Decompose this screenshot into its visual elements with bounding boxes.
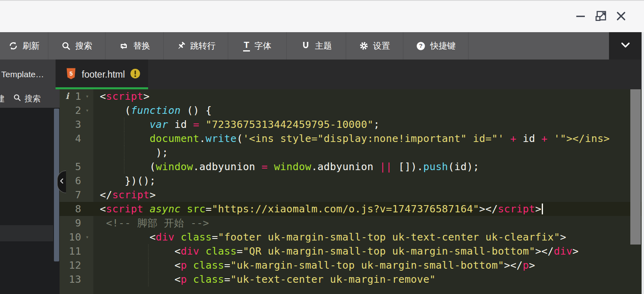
line-number: 9: [60, 216, 81, 230]
line-number: 13: [60, 272, 81, 286]
replace-icon: [119, 41, 129, 51]
toolbar-button-label: 字体: [254, 40, 271, 51]
code-line[interactable]: 5 (window.adbyunion = window.adbyunion |…: [60, 160, 642, 174]
indent-guide: [148, 244, 149, 258]
fold-toggle-icon[interactable]: ▾: [81, 103, 93, 117]
code-text: <p class="uk-text-center uk-margin-remov…: [93, 272, 642, 286]
help-icon: ?: [416, 41, 426, 51]
fold-toggle-icon[interactable]: ▾: [81, 89, 93, 103]
refresh-icon: [8, 41, 18, 51]
titlebar: [0, 0, 644, 32]
code-text: (window.adbyunion = window.adbyunion || …: [93, 160, 642, 174]
code-line[interactable]: 11 <div class="QR uk-margin-small-top uk…: [60, 244, 642, 258]
code-line[interactable]: 13 <p class="uk-text-center uk-margin-re…: [60, 272, 642, 286]
toolbar-button-goto-line[interactable]: 跳转行: [164, 32, 228, 60]
toolbar-expand-button[interactable]: [609, 32, 642, 60]
file-panel-actions: 建 搜索: [0, 89, 60, 108]
minimize-button[interactable]: [574, 10, 588, 24]
toolbar: 刷新 搜索 替换: [0, 32, 644, 60]
code-line[interactable]: 1▾<script>: [60, 89, 642, 103]
code-line[interactable]: );: [60, 146, 642, 160]
line-number: [60, 146, 81, 160]
svg-text:?: ?: [419, 43, 423, 49]
page-scrollbar-track[interactable]: [642, 32, 644, 294]
indent-guide: [124, 146, 124, 160]
toolbar-button-font[interactable]: T 字体: [228, 32, 287, 60]
code-text: })();: [93, 174, 642, 188]
code-editor[interactable]: i 1▾<script>2▾ (function () {3 var id = …: [60, 89, 642, 294]
code-text: <script async src="https://xiaomalm.com/…: [93, 202, 642, 216]
fold-gutter: [81, 258, 93, 272]
tab-footer-html[interactable]: 5 footer.html: [56, 60, 148, 89]
indent-guide: [148, 258, 149, 272]
fold-gutter: [81, 272, 93, 286]
svg-text:5: 5: [69, 70, 72, 77]
file-panel: 建 搜索: [0, 89, 60, 294]
editor-scrollbar[interactable]: [630, 89, 641, 245]
fold-gutter: [81, 188, 93, 202]
file-tree-selected-row[interactable]: [0, 225, 53, 241]
code-text: document.write('<ins style="display:none…: [93, 132, 642, 146]
indent-guide: [148, 272, 149, 286]
indent-guide: [124, 132, 124, 146]
template-panel-label: Template…: [1, 70, 44, 79]
search-icon: [13, 93, 21, 104]
toolbar-button-label: 刷新: [23, 40, 39, 51]
toolbar-button-refresh[interactable]: 刷新: [0, 32, 48, 60]
toolbar-button-shortcuts[interactable]: ? 快捷键: [403, 32, 469, 60]
minimize-icon: [575, 10, 587, 24]
code-line[interactable]: 4 document.write('<ins style="display:no…: [60, 132, 642, 146]
maximize-button[interactable]: [594, 10, 608, 24]
line-number: 4: [60, 132, 81, 146]
code-line[interactable]: 3 var id = "7233675313442459795-10000";: [60, 117, 642, 132]
app-window: 刷新 搜索 替换: [0, 0, 644, 294]
pin-icon: [176, 41, 186, 51]
close-button[interactable]: [614, 10, 628, 24]
chevron-down-icon: [619, 38, 632, 53]
code-text: var id = "7233675313442459795-10000";: [93, 117, 642, 132]
toolbar-button-theme[interactable]: 主题: [287, 32, 346, 60]
toolbar-button-label: 设置: [373, 40, 390, 51]
code-text: </script>: [93, 188, 642, 202]
toolbar-button-settings[interactable]: 设置: [346, 32, 403, 60]
fold-gutter: [81, 174, 93, 188]
toolbar-button-search[interactable]: 搜索: [48, 32, 105, 60]
fold-gutter: [81, 202, 93, 216]
code-line[interactable]: 2▾ (function () {: [60, 103, 642, 117]
indent-guide: [124, 160, 124, 174]
code-text: );: [93, 146, 642, 160]
tabbar: Template… 5 footer.html: [0, 60, 644, 89]
new-file-button[interactable]: 建: [0, 93, 5, 104]
code-line[interactable]: 9 <!-- 脚部 开始 -->: [60, 216, 642, 230]
fold-gutter: [81, 132, 93, 146]
code-line[interactable]: 10▾ <div class="footer uk-margin-small-t…: [60, 230, 642, 244]
line-number: 1: [60, 89, 81, 103]
code-line[interactable]: 7</script>: [60, 188, 642, 202]
gear-icon: [359, 41, 369, 51]
line-number: 12: [60, 258, 81, 272]
code-text: <!-- 脚部 开始 -->: [93, 216, 642, 230]
toolbar-button-label: 主题: [315, 40, 332, 51]
template-panel-header[interactable]: Template…: [0, 60, 56, 89]
indent-guide: [124, 117, 124, 132]
code-text: <p class="uk-margin-small-top uk-margin-…: [93, 258, 642, 272]
toolbar-button-replace[interactable]: 替换: [105, 32, 164, 60]
tab-label: footer.html: [82, 69, 125, 80]
file-search-button[interactable]: 搜索: [13, 93, 41, 104]
code-text: (function () {: [93, 103, 642, 117]
gutter-info-icon[interactable]: i: [66, 91, 69, 101]
file-search-label: 搜索: [25, 93, 41, 104]
toolbar-button-label: 替换: [133, 40, 150, 51]
code-lines: 1▾<script>2▾ (function () {3 var id = "7…: [60, 89, 642, 286]
fold-gutter: [81, 216, 93, 230]
code-line[interactable]: 8<script async src="https://xiaomalm.com…: [60, 202, 642, 216]
code-line[interactable]: 12 <p class="uk-margin-small-top uk-marg…: [60, 258, 642, 272]
toolbar-button-label: 跳转行: [190, 40, 216, 51]
code-line[interactable]: 6 })();: [60, 174, 642, 188]
fold-toggle-icon[interactable]: ▾: [81, 230, 93, 244]
code-text: <div class="QR uk-margin-small-top uk-ma…: [93, 244, 642, 258]
text-cursor: [542, 204, 543, 214]
fold-gutter: [81, 117, 93, 132]
line-number: 8: [60, 202, 81, 216]
maximize-icon: [594, 10, 607, 24]
